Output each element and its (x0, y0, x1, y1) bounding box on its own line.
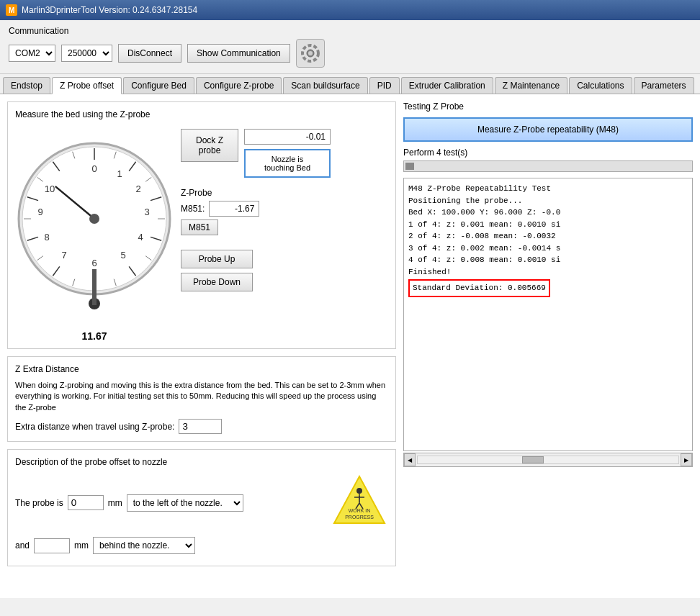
z-extra-section: Z Extra Distance When doing Z-probing an… (7, 356, 396, 442)
tab-parameters[interactable]: Parameters (634, 77, 694, 94)
extra-dist-label: Extra distanze when travel using Z-probe… (15, 422, 174, 432)
console-text-block: M48 Z-Probe Repeatability Test Positioni… (408, 183, 688, 299)
gauge-svg: 0 1 2 3 4 5 6 7 8 9 10 (15, 125, 174, 327)
svg-text:0: 0 (91, 163, 97, 174)
standard-deviation-line: Standard Deviation: 0.005669 (408, 279, 550, 297)
tab-bar: Endstop Z Probe offset Configure Bed Con… (0, 74, 700, 94)
comm-label: Communication (9, 26, 691, 36)
gauge-section: Measure the bed using the Z-probe (7, 101, 396, 349)
main-content: Measure the bed using the Z-probe (0, 94, 700, 598)
svg-text:2: 2 (135, 184, 140, 194)
disconnect-button[interactable]: DisConnect (118, 44, 181, 63)
probe-down-button[interactable]: Probe Down (181, 273, 253, 291)
app-icon: M (6, 4, 17, 16)
dock-z-probe-button[interactable]: Dock Zprobe (181, 129, 238, 162)
horizontal-scrollbar[interactable]: ◀ ▶ (403, 453, 693, 467)
testing-z-probe-title: Testing Z Probe (403, 101, 693, 112)
app-title: Marlin3DprinterTool Version: 0.24.6347.2… (22, 5, 197, 15)
svg-text:7: 7 (61, 250, 66, 261)
probe-up-button[interactable]: Probe Up (181, 250, 253, 268)
show-comm-button[interactable]: Show Communication (187, 44, 290, 63)
svg-text:10: 10 (45, 184, 55, 194)
svg-text:9: 9 (37, 207, 42, 217)
probe-x-unit: mm (108, 498, 122, 508)
baud-rate-select[interactable]: 250000 (61, 45, 112, 62)
perform-tests-label: Perform 4 test(s) (403, 148, 693, 158)
measure-repeatability-button[interactable]: Measure Z-Probe repeatability (M48) (403, 117, 693, 142)
m851-button[interactable]: M851 (181, 219, 218, 235)
probe-offset-section: Description of the probe offset to nozzl… (7, 449, 396, 566)
toolbar: Communication COM2 250000 DisConnect Sho… (0, 20, 700, 74)
m851-value[interactable] (209, 201, 259, 217)
and-label: and (15, 540, 30, 551)
tab-extruder-calibration[interactable]: Extruder Calibration (401, 77, 493, 94)
gauge-section-title: Measure the bed using the Z-probe (15, 109, 388, 119)
svg-point-46 (356, 488, 362, 494)
com-port-select[interactable]: COM2 (9, 45, 55, 62)
scroll-left-button[interactable]: ◀ (404, 453, 416, 466)
probe-x-direction-select[interactable]: to the left of the nozzle. to the right … (127, 494, 243, 512)
svg-text:3: 3 (144, 207, 149, 217)
svg-text:1: 1 (117, 168, 122, 179)
progress-bar (403, 160, 693, 172)
svg-point-39 (89, 214, 99, 224)
gauge-value: 11.67 (15, 330, 174, 342)
svg-text:PROGRESS: PROGRESS (345, 515, 374, 520)
probe-x-input[interactable] (68, 495, 104, 510)
svg-text:WORK IN: WORK IN (349, 508, 371, 513)
zprobe-label: Z-Probe (181, 188, 331, 198)
probe-is-label: The probe is (15, 498, 63, 508)
scroll-track[interactable] (417, 456, 679, 464)
tab-calculations[interactable]: Calculations (569, 77, 632, 94)
svg-text:6: 6 (91, 258, 97, 268)
z-extra-title: Z Extra Distance (15, 364, 388, 374)
m851-label: M851: (181, 204, 205, 214)
scroll-right-button[interactable]: ▶ (681, 453, 692, 466)
right-panel: Testing Z Probe Measure Z-Probe repeatab… (403, 101, 693, 591)
probe-y-input[interactable] (34, 538, 70, 553)
probe-y-unit: mm (74, 540, 89, 551)
z-value-display[interactable] (244, 129, 331, 145)
tab-endstop[interactable]: Endstop (3, 77, 50, 94)
svg-text:M: M (9, 6, 14, 14)
scroll-thumb[interactable] (522, 456, 544, 463)
z-extra-desc: When doing Z-probing and moving this is … (15, 380, 388, 413)
svg-text:4: 4 (138, 232, 143, 243)
extra-dist-input[interactable] (179, 419, 222, 434)
svg-text:5: 5 (120, 250, 125, 261)
console-output: M48 Z-Probe Repeatability Test Positioni… (403, 178, 693, 451)
tab-configure-bed[interactable]: Configure Bed (123, 77, 194, 94)
tab-z-maintenance[interactable]: Z Maintenance (495, 77, 567, 94)
left-panel: Measure the bed using the Z-probe (7, 101, 396, 591)
progress-thumb (405, 163, 414, 170)
gear-icon[interactable] (296, 39, 325, 68)
tab-pid[interactable]: PID (369, 77, 400, 94)
wip-icon: ! WORK IN PROGRESS (331, 473, 388, 530)
probe-y-direction-select[interactable]: behind the nozzle. in front of the nozzl… (93, 537, 195, 554)
tab-z-probe-offset[interactable]: Z Probe offset (52, 77, 122, 94)
gauge-wrapper: 0 1 2 3 4 5 6 7 8 9 10 (15, 125, 174, 341)
svg-rect-41 (92, 269, 97, 305)
titlebar: M Marlin3DprinterTool Version: 0.24.6347… (0, 0, 700, 20)
svg-point-4 (308, 51, 313, 55)
tab-scan-buildsurface[interactable]: Scan buildsurface (283, 77, 367, 94)
probe-offset-title: Description of the probe offset to nozzl… (15, 457, 388, 467)
tab-configure-z-probe[interactable]: Configure Z-probe (196, 77, 282, 94)
nozzle-touching-button[interactable]: Nozzle istouching Bed (244, 149, 331, 178)
svg-text:8: 8 (44, 232, 49, 243)
